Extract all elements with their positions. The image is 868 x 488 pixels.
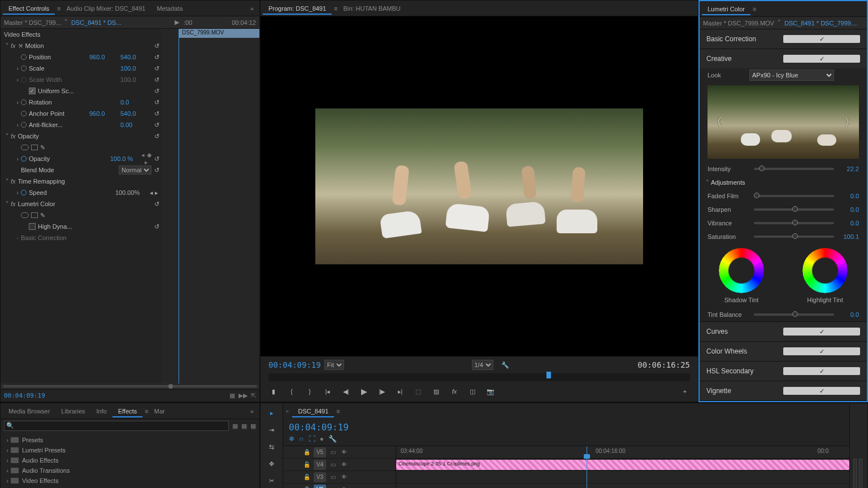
ec-clip-bar[interactable]: DSC_7999.MOV (179, 29, 259, 38)
reset-icon[interactable]: ↺ (151, 65, 162, 72)
snap-icon[interactable]: ❄ (289, 435, 294, 443)
pen-mask-icon[interactable]: ✎ (40, 212, 45, 219)
ec-tc[interactable]: 00:04:09:19 (4, 392, 45, 399)
tint-balance-slider[interactable] (754, 313, 834, 316)
play-icon[interactable]: ▶ (359, 386, 369, 396)
tab-overflow-icon[interactable]: » (247, 5, 257, 12)
reset-icon[interactable]: ↺ (151, 99, 162, 106)
intensity-slider[interactable] (754, 168, 834, 170)
ec-keyframe-area[interactable]: DSC_7999.MOV (162, 29, 259, 384)
blend-mode-select[interactable]: Normal (119, 165, 151, 175)
checkbox-icon[interactable]: ✓ (783, 55, 860, 63)
next-look-icon[interactable]: 〉 (844, 115, 856, 130)
timeline-tc[interactable]: 00:04:09:19 (289, 422, 349, 433)
ec-high-dyn[interactable]: High Dyna...↺ (1, 221, 162, 232)
timeline-lanes[interactable]: 03:44:00 00:04:16:00 00:0 Cinemascope 2-… (396, 446, 849, 488)
close-seq-icon[interactable]: × (285, 408, 289, 415)
clip-overlay[interactable]: Cinemascope 2-35-1 Croplimes.png (396, 460, 849, 470)
effects-search-input[interactable] (4, 421, 229, 431)
go-out-icon[interactable]: ▸| (395, 386, 405, 396)
add-button-icon[interactable]: + (680, 386, 690, 396)
wrench-icon[interactable]: 🔧 (501, 361, 509, 369)
reset-icon[interactable]: ↺ (151, 121, 162, 129)
markers-icon[interactable]: ● (320, 435, 324, 443)
ec-video-effects[interactable]: Video Effects (1, 29, 162, 40)
mark-in-icon[interactable]: ▮ (268, 386, 279, 396)
lum-basic[interactable]: Basic Correction✓ (700, 29, 867, 49)
ec-opacity-val[interactable]: ›Opacity100.0 %◂ ◆ ▸↺ (1, 153, 162, 164)
tab-media-browser[interactable]: Media Browser (3, 405, 55, 417)
reset-icon[interactable]: ↺ (151, 54, 162, 61)
reset-icon[interactable]: ↺ (151, 76, 162, 84)
ec-clip-link[interactable]: DSC_8491 * DS... (71, 19, 121, 26)
keyframe-toggle-icon[interactable] (21, 111, 27, 116)
ellipse-mask-icon[interactable] (21, 212, 29, 218)
ec-speed[interactable]: ›Speed100.00%◂ ▸ (1, 187, 162, 198)
tab-libraries[interactable]: Libraries (55, 405, 90, 417)
shadow-tint-wheel[interactable]: Shadow Tint (716, 248, 767, 303)
ellipse-mask-icon[interactable] (21, 145, 29, 150)
ec-opacity-group[interactable]: ˅fxOpacity↺ (1, 130, 162, 142)
lum-hsl[interactable]: HSL Secondary✓ (700, 361, 867, 381)
effects-folder[interactable]: ›Presets (4, 435, 256, 445)
ec-rotation[interactable]: ›Rotation0.0↺ (1, 97, 162, 108)
bracket-in-icon[interactable]: { (287, 386, 297, 396)
tab-bin[interactable]: Bin: HUTAN BAMBU (338, 2, 406, 15)
saturation-slider[interactable] (754, 236, 834, 238)
panel-menu-icon[interactable]: ≡ (336, 408, 340, 415)
tab-audio-clip-mixer[interactable]: Audio Clip Mixer: DSC_8491 (60, 2, 151, 15)
reset-icon[interactable]: ↺ (151, 42, 162, 50)
ec-uniform[interactable]: ✓Uniform Sc...↺ (1, 85, 162, 97)
lum-vignette[interactable]: Vignette✓ (700, 381, 867, 401)
effects-folder[interactable]: ›Video Effects (4, 476, 256, 486)
keyframe-toggle-icon[interactable] (21, 54, 27, 60)
keyframe-toggle-icon[interactable] (21, 99, 27, 105)
ec-opacity-masks[interactable]: ✎ (1, 142, 162, 153)
sharpen-slider[interactable] (754, 208, 834, 211)
ec-lumetri-masks[interactable]: ✎ (1, 210, 162, 221)
look-select[interactable]: APx90 - Icy Blue (749, 69, 834, 81)
playhead-handle[interactable] (546, 372, 551, 378)
ec-playhead[interactable] (179, 29, 179, 384)
tab-overflow-icon[interactable]: » (247, 408, 257, 415)
tab-info[interactable]: Info (91, 405, 112, 417)
seq-tab[interactable]: DSC_8491 (292, 405, 334, 417)
reset-icon[interactable]: ↺ (151, 133, 162, 140)
go-in-icon[interactable]: |◂ (323, 386, 333, 396)
ripple-edit-icon[interactable]: ⇆ (266, 441, 278, 453)
ec-antiflicker[interactable]: ›Anti-flicker...0.00↺ (1, 119, 162, 130)
rolling-edit-icon[interactable]: ✥ (266, 457, 278, 470)
lane-v4[interactable] (396, 471, 849, 483)
lum-wheels[interactable]: Color Wheels✓ (700, 342, 867, 361)
rect-mask-icon[interactable] (31, 212, 38, 218)
audio-meters[interactable]: ○ ○ (849, 403, 867, 488)
vibrance-slider[interactable] (754, 222, 834, 224)
reset-icon[interactable]: ↺ (151, 167, 162, 174)
settings-icon[interactable]: 🔧 (328, 435, 337, 443)
ec-position[interactable]: Position960.0540.0↺ (1, 51, 162, 63)
prev-look-icon[interactable]: 〈 (711, 115, 722, 130)
selection-tool-icon[interactable]: ▸ (266, 407, 278, 419)
track-select-fwd-icon[interactable]: ⇥ (266, 424, 278, 436)
step-back-icon[interactable]: ◀| (341, 386, 351, 396)
program-scrubber[interactable] (268, 373, 690, 381)
ec-scale[interactable]: ›Scale100.0↺ (1, 63, 162, 74)
effects-only-icon[interactable]: ▦ (229, 392, 235, 399)
effects-folder[interactable]: ›Audio Transitions (4, 465, 256, 476)
fx-icon[interactable]: fx (449, 386, 459, 396)
ec-anchor[interactable]: Anchor Point960.0540.0↺ (1, 108, 162, 119)
tab-program[interactable]: Program: DSC_8491 (263, 2, 332, 15)
compare-icon[interactable]: ◫ (467, 386, 478, 396)
timeline-playhead[interactable] (587, 446, 587, 488)
linked-sel-icon[interactable]: ⛶ (309, 435, 315, 443)
razor-tool-icon[interactable]: ✂ (266, 474, 278, 487)
checkbox-icon[interactable]: ✓ (783, 328, 860, 336)
ec-lumetri-group[interactable]: ˅fxLumetri Color↺ (1, 198, 162, 210)
lift-icon[interactable]: ⬚ (413, 386, 423, 396)
reset-icon[interactable]: ↺ (151, 201, 162, 208)
track-v2[interactable]: 🔓V2▭👁 (283, 483, 396, 488)
keyframe-toggle-icon[interactable] (21, 122, 27, 128)
keyframe-toggle-icon[interactable] (21, 66, 27, 71)
lock-icon[interactable]: 🔒 (302, 448, 311, 457)
faded-slider[interactable] (754, 195, 834, 197)
